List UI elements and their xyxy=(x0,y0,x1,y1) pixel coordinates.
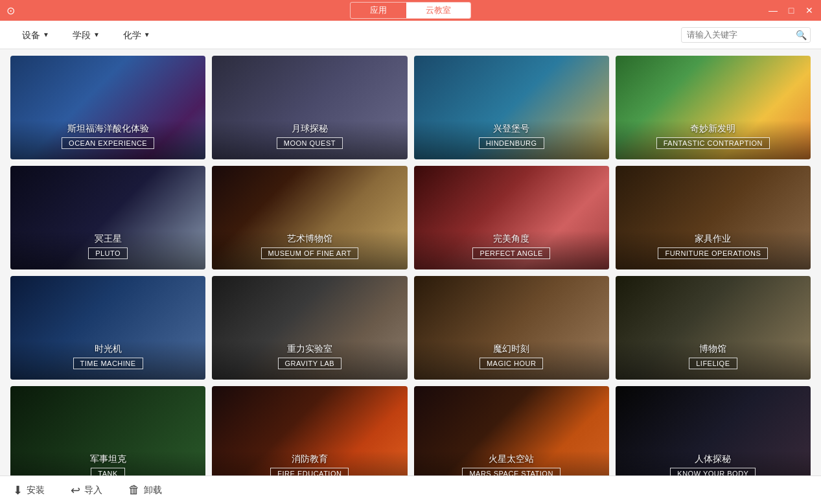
menu-grade[interactable]: 学段 ▼ xyxy=(61,21,111,49)
install-button[interactable]: ⬇ 安装 xyxy=(13,483,45,498)
card-title-en: FIRE EDUCATION xyxy=(270,468,349,475)
card-title-cn: 月球探秘 xyxy=(292,123,328,135)
search-box: 🔍 xyxy=(681,27,811,43)
card-title-en: MOON QUEST xyxy=(277,137,343,149)
camera-icon[interactable]: ⊙ xyxy=(6,5,15,17)
search-input[interactable] xyxy=(687,30,796,40)
title-tabs: 应用 云教室 xyxy=(350,2,471,19)
card-title-cn: 重力实验室 xyxy=(287,343,332,355)
card-title-cn: 时光机 xyxy=(95,343,122,355)
minimize-button[interactable]: — xyxy=(768,5,778,16)
grid-row-2: 时光机TIME MACHINE重力实验室GRAVITY LAB魔幻时刻MAGIC… xyxy=(10,276,811,380)
card-title-en: FURNITURE OPERATIONS xyxy=(658,247,768,259)
card-title-cn: 博物馆 xyxy=(699,343,726,355)
menu-chemistry[interactable]: 化学 ▼ xyxy=(111,21,162,49)
card-title-cn: 奇妙新发明 xyxy=(690,123,735,135)
bottom-bar: ⬇ 安装 ↩ 导入 🗑 卸载 xyxy=(0,475,821,504)
card-title-cn: 魔幻时刻 xyxy=(493,343,529,355)
tab-cloud[interactable]: 云教室 xyxy=(406,3,470,18)
card-3-1[interactable]: 消防教育FIRE EDUCATION xyxy=(212,386,407,475)
tab-apps[interactable]: 应用 xyxy=(351,3,406,18)
card-3-2[interactable]: 火星太空站MARS SPACE STATION xyxy=(414,386,609,475)
card-title-en: TIME MACHINE xyxy=(73,358,143,369)
navbar: 设备 ▼ 学段 ▼ 化学 ▼ 🔍 xyxy=(0,21,821,49)
card-title-cn: 家具作业 xyxy=(695,233,731,245)
card-2-2[interactable]: 魔幻时刻MAGIC HOUR xyxy=(414,276,609,380)
card-1-1[interactable]: 艺术博物馆MUSEUM OF FINE ART xyxy=(212,166,407,269)
card-title-en: PLUTO xyxy=(88,247,128,259)
card-3-0[interactable]: 军事坦克TANK xyxy=(10,386,205,475)
grid-row-1: 冥王星PLUTO艺术博物馆MUSEUM OF FINE ART完美角度PERFE… xyxy=(10,166,811,269)
card-title-en: FANTASTIC CONTRAPTION xyxy=(656,137,770,149)
card-0-3[interactable]: 奇妙新发明FANTASTIC CONTRAPTION xyxy=(616,56,811,159)
card-title-en: KNOW YOUR BODY xyxy=(670,468,756,475)
card-title-en: LIFELIQE xyxy=(689,358,737,369)
chevron-down-icon: ▼ xyxy=(43,21,49,49)
import-button[interactable]: ↩ 导入 xyxy=(71,483,102,498)
card-title-en: PERFECT ANGLE xyxy=(472,247,549,259)
card-title-cn: 斯坦福海洋酸化体验 xyxy=(67,123,149,135)
card-title-en: TANK xyxy=(91,468,125,475)
card-2-1[interactable]: 重力实验室GRAVITY LAB xyxy=(212,276,407,380)
card-title-cn: 军事坦克 xyxy=(90,453,126,465)
chevron-down-icon: ▼ xyxy=(144,21,150,49)
menu-device[interactable]: 设备 ▼ xyxy=(10,21,61,49)
card-title-cn: 完美角度 xyxy=(493,233,529,245)
card-title-en: MARS SPACE STATION xyxy=(462,468,560,475)
close-button[interactable]: ✕ xyxy=(804,5,815,16)
card-title-en: OCEAN EXPERIENCE xyxy=(62,137,154,149)
uninstall-button[interactable]: 🗑 卸载 xyxy=(128,483,162,497)
import-icon: ↩ xyxy=(71,483,80,498)
card-title-en: MUSEUM OF FINE ART xyxy=(261,247,359,259)
maximize-button[interactable]: □ xyxy=(786,5,796,16)
card-title-en: HINDENBURG xyxy=(479,137,544,149)
card-title-cn: 艺术博物馆 xyxy=(287,233,332,245)
grid-row-3: 军事坦克TANK消防教育FIRE EDUCATION火星太空站MARS SPAC… xyxy=(10,386,811,475)
card-2-3[interactable]: 博物馆LIFELIQE xyxy=(616,276,811,380)
content-area: 斯坦福海洋酸化体验OCEAN EXPERIENCE月球探秘MOON QUEST兴… xyxy=(0,49,821,475)
card-0-0[interactable]: 斯坦福海洋酸化体验OCEAN EXPERIENCE xyxy=(10,56,205,159)
card-1-2[interactable]: 完美角度PERFECT ANGLE xyxy=(414,166,609,269)
card-title-cn: 人体探秘 xyxy=(695,453,731,465)
card-3-3[interactable]: 人体探秘KNOW YOUR BODY xyxy=(616,386,811,475)
search-icon[interactable]: 🔍 xyxy=(796,30,807,40)
card-title-cn: 消防教育 xyxy=(292,453,328,465)
card-0-1[interactable]: 月球探秘MOON QUEST xyxy=(212,56,407,159)
card-1-3[interactable]: 家具作业FURNITURE OPERATIONS xyxy=(616,166,811,269)
card-title-cn: 兴登堡号 xyxy=(493,123,529,135)
card-title-en: GRAVITY LAB xyxy=(278,358,342,369)
title-bar: ⊙ 应用 云教室 — □ ✕ xyxy=(0,0,821,21)
card-1-0[interactable]: 冥王星PLUTO xyxy=(10,166,205,269)
window-controls: — □ ✕ xyxy=(768,5,815,16)
grid-row-0: 斯坦福海洋酸化体验OCEAN EXPERIENCE月球探秘MOON QUEST兴… xyxy=(10,56,811,159)
uninstall-icon: 🗑 xyxy=(128,483,140,497)
install-icon: ⬇ xyxy=(13,483,23,498)
chevron-down-icon: ▼ xyxy=(93,21,100,49)
card-2-0[interactable]: 时光机TIME MACHINE xyxy=(10,276,205,380)
card-title-en: MAGIC HOUR xyxy=(480,358,544,369)
card-title-cn: 冥王星 xyxy=(95,233,122,245)
card-title-cn: 火星太空站 xyxy=(489,453,534,465)
card-0-2[interactable]: 兴登堡号HINDENBURG xyxy=(414,56,609,159)
